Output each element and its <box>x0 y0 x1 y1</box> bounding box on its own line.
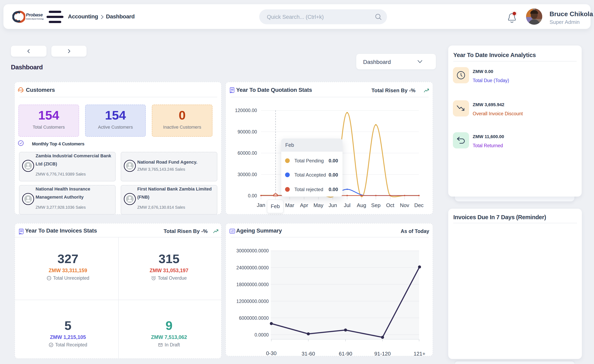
svg-text:31-60: 31-60 <box>302 351 315 357</box>
svg-text:0-30: 0-30 <box>266 350 277 356</box>
svg-text:60000.00: 60000.00 <box>237 150 257 156</box>
svg-text:30000.00: 30000.00 <box>237 172 257 177</box>
svg-text:30000000.0000: 30000000.0000 <box>236 248 269 253</box>
svg-text:Nov: Nov <box>400 202 409 208</box>
svg-text:0.00: 0.00 <box>248 193 257 198</box>
svg-text:Dec: Dec <box>414 202 424 208</box>
svg-text:Aug: Aug <box>357 202 366 208</box>
svg-text:Apr: Apr <box>300 202 308 208</box>
svg-text:Oct: Oct <box>386 202 394 208</box>
svg-text:Jan: Jan <box>257 202 265 208</box>
svg-text:6000000.0000: 6000000.0000 <box>239 316 269 321</box>
svg-text:Jun: Jun <box>329 202 337 208</box>
svg-text:0.0000: 0.0000 <box>255 332 269 337</box>
svg-text:18000000.0000: 18000000.0000 <box>236 282 269 287</box>
svg-text:Mar: Mar <box>285 202 294 208</box>
svg-text:Jul: Jul <box>344 202 350 208</box>
svg-text:90000.00: 90000.00 <box>237 129 257 135</box>
svg-text:May: May <box>313 202 323 208</box>
svg-text:61-90: 61-90 <box>339 351 352 357</box>
svg-text:121+: 121+ <box>414 351 425 357</box>
svg-text:Sep: Sep <box>371 202 380 208</box>
svg-text:12000000.0000: 12000000.0000 <box>236 299 269 304</box>
svg-text:24000000.0000: 24000000.0000 <box>236 265 269 270</box>
svg-text:120000.00: 120000.00 <box>235 108 257 113</box>
svg-text:91-120: 91-120 <box>374 351 391 357</box>
